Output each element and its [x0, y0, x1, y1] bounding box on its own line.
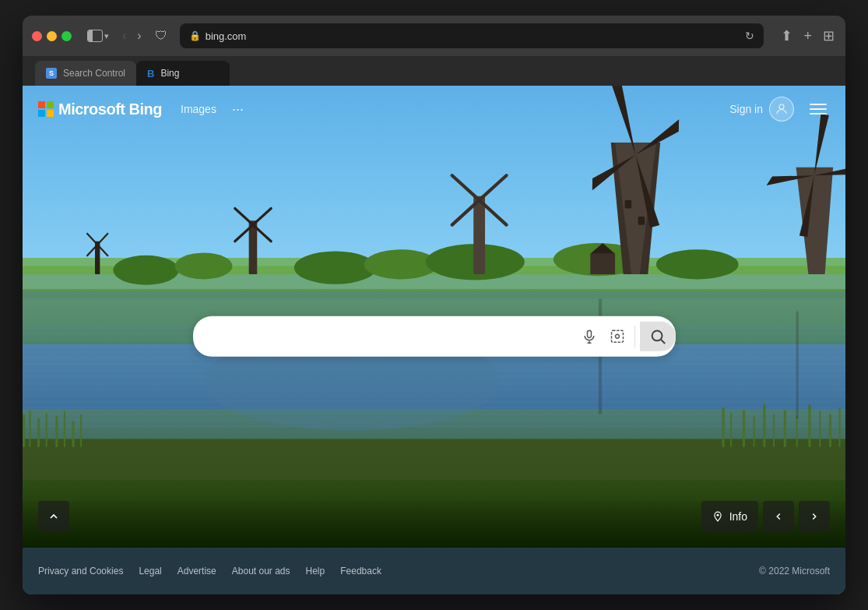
bing-logo[interactable]: Microsoft Bing	[38, 100, 162, 118]
nav-more-button[interactable]: ···	[232, 101, 244, 118]
address-bar[interactable]: 🔒 bing.com ↻	[180, 23, 764, 48]
svg-line-11	[86, 233, 97, 245]
svg-rect-44	[46, 413, 47, 447]
tab-bing-label: Bing	[160, 68, 219, 79]
hamburger-line-3	[810, 113, 827, 115]
bing-page: Microsoft Bing Images ··· Sign in	[23, 86, 845, 594]
header-right: Sign in	[729, 97, 830, 122]
info-label: Info	[729, 510, 747, 523]
svg-rect-47	[72, 421, 74, 447]
svg-rect-59	[829, 414, 831, 447]
footer-link-legal[interactable]: Legal	[139, 566, 161, 577]
footer-link-about-ads[interactable]: About our ads	[232, 566, 290, 577]
svg-point-72	[716, 514, 719, 517]
bing-header: Microsoft Bing Images ··· Sign in	[23, 86, 845, 132]
svg-line-21	[452, 175, 480, 200]
svg-point-9	[656, 249, 739, 279]
shield-icon: 🛡	[155, 29, 167, 43]
lock-icon: 🔒	[189, 30, 201, 41]
svg-point-5	[294, 251, 377, 284]
svg-rect-58	[819, 411, 821, 448]
tab-bing[interactable]: B Bing	[136, 61, 230, 86]
footer-link-advertise[interactable]: Advertise	[177, 566, 216, 577]
svg-rect-53	[763, 404, 765, 447]
svg-point-69	[615, 334, 619, 338]
svg-line-12	[97, 233, 108, 245]
bottom-left-controls	[38, 501, 69, 532]
nav-images[interactable]: Images	[181, 103, 216, 115]
svg-rect-28	[638, 217, 645, 225]
svg-rect-62	[796, 312, 799, 418]
close-button[interactable]	[32, 31, 42, 41]
svg-point-64	[779, 104, 784, 109]
info-button[interactable]: Info	[701, 501, 758, 532]
next-image-button[interactable]	[799, 501, 830, 532]
svg-rect-48	[80, 414, 82, 447]
sidebar-toggle[interactable]: ▾	[87, 30, 109, 42]
header-nav: Images ···	[181, 101, 244, 118]
prev-image-button[interactable]	[763, 501, 794, 532]
svg-rect-55	[784, 410, 786, 447]
svg-rect-41	[23, 414, 25, 447]
ms-logo-red	[38, 101, 45, 108]
svg-line-16	[235, 209, 253, 225]
tab-overview-button[interactable]: ⊞	[821, 26, 836, 46]
svg-rect-56	[796, 416, 798, 447]
svg-rect-60	[839, 407, 841, 447]
tab-search-control-favicon: S	[46, 68, 57, 79]
hamburger-menu-button[interactable]	[807, 100, 830, 118]
sidebar-icon	[87, 30, 103, 42]
svg-rect-20	[473, 196, 485, 274]
svg-point-4	[175, 253, 233, 280]
svg-point-70	[652, 330, 662, 340]
search-input[interactable]	[209, 329, 577, 343]
ms-logo-green	[47, 101, 54, 108]
sign-in-label: Sign in	[729, 103, 763, 115]
nav-buttons: ‹ ›	[118, 27, 146, 44]
svg-line-71	[661, 339, 665, 343]
visual-search-button[interactable]	[605, 323, 630, 348]
microphone-button[interactable]	[577, 323, 602, 348]
svg-line-17	[253, 209, 271, 225]
browser-content: Microsoft Bing Images ··· Sign in	[23, 86, 845, 594]
share-button[interactable]: ⬆	[779, 26, 794, 46]
svg-rect-50	[730, 413, 732, 447]
bottom-right-controls: Info	[701, 501, 830, 532]
tab-bar: S Search Control B Bing	[23, 56, 845, 86]
svg-rect-45	[55, 416, 58, 447]
hamburger-line-2	[810, 108, 827, 110]
browser-window: ▾ ‹ › 🛡 🔒 bing.com ↻ ⬆ + ⊞ S Search Cont…	[23, 16, 845, 594]
svg-rect-46	[64, 411, 65, 448]
sign-in-button[interactable]: Sign in	[729, 97, 794, 122]
svg-line-22	[480, 175, 507, 200]
ms-logo	[38, 101, 54, 117]
tab-search-control-label: Search Control	[63, 68, 125, 79]
url-text: bing.com	[206, 30, 741, 42]
scroll-up-button[interactable]	[38, 501, 69, 532]
search-submit-button[interactable]	[640, 321, 676, 351]
tab-search-control[interactable]: S Search Control	[35, 61, 136, 86]
footer-link-privacy[interactable]: Privacy and Cookies	[38, 566, 123, 577]
hamburger-line-1	[810, 104, 827, 105]
footer-copyright: © 2022 Microsoft	[759, 566, 830, 577]
minimize-button[interactable]	[47, 31, 57, 41]
tab-bing-favicon: B	[147, 68, 154, 79]
title-bar: ▾ ‹ › 🛡 🔒 bing.com ↻ ⬆ + ⊞	[23, 16, 845, 56]
svg-rect-68	[611, 330, 623, 342]
svg-rect-38	[590, 254, 615, 274]
back-button[interactable]: ‹	[118, 27, 130, 44]
sidebar-chevron-icon: ▾	[104, 31, 109, 41]
maximize-button[interactable]	[61, 31, 72, 41]
ms-logo-blue	[38, 110, 45, 117]
avatar-icon	[769, 97, 794, 122]
search-box	[193, 316, 676, 356]
new-tab-button[interactable]: +	[802, 26, 814, 46]
ms-logo-yellow	[47, 110, 54, 117]
forward-button[interactable]: ›	[133, 27, 145, 44]
search-container	[193, 316, 676, 356]
footer-link-help[interactable]: Help	[306, 566, 325, 577]
refresh-icon[interactable]: ↻	[745, 30, 754, 42]
footer-link-feedback[interactable]: Feedback	[340, 566, 381, 577]
svg-rect-65	[587, 330, 591, 337]
svg-rect-49	[722, 407, 724, 447]
